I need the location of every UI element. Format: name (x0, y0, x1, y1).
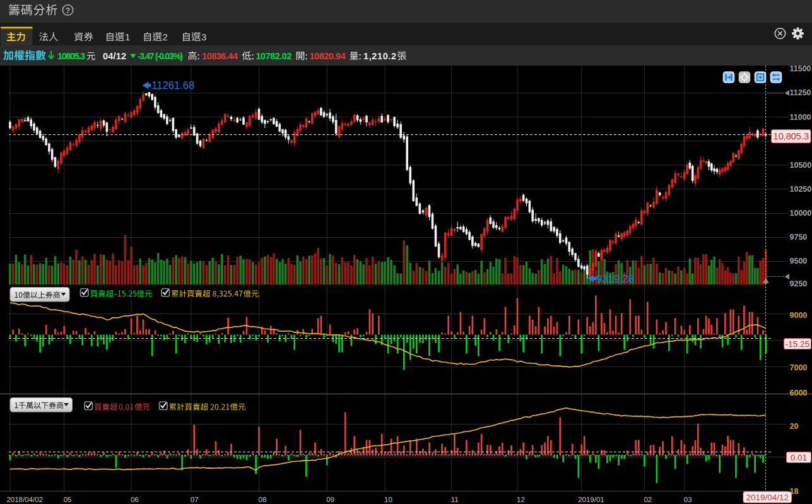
svg-text:1,210.2: 1,210.2 (363, 51, 396, 61)
svg-text:3: 3 (201, 32, 206, 42)
svg-text:10500: 10500 (790, 161, 812, 170)
svg-text:10836.44: 10836.44 (202, 51, 238, 61)
svg-text:10805.3: 10805.3 (57, 51, 85, 61)
svg-text:10: 10 (384, 496, 392, 503)
svg-text:03: 03 (684, 496, 692, 503)
svg-text:08: 08 (259, 496, 267, 503)
svg-text:02: 02 (644, 496, 652, 503)
svg-text:05: 05 (64, 496, 72, 503)
svg-text:2019/04/12: 2019/04/12 (746, 493, 789, 502)
svg-text:?: ? (66, 6, 70, 15)
svg-text:11000: 11000 (790, 113, 811, 122)
svg-text:10000: 10000 (790, 209, 812, 218)
svg-text:9750: 9750 (790, 233, 808, 242)
svg-text:10820.94: 10820.94 (310, 51, 346, 61)
svg-text:2: 2 (163, 32, 168, 42)
svg-text:9000: 9000 (790, 311, 808, 320)
svg-text:11250: 11250 (790, 88, 811, 97)
svg-text:11261.68: 11261.68 (152, 79, 195, 91)
svg-text:9500: 9500 (790, 257, 808, 266)
svg-text:6000: 6000 (790, 389, 808, 397)
svg-text:9319.28: 9319.28 (596, 273, 634, 284)
svg-text:12: 12 (517, 496, 525, 503)
svg-text:10250: 10250 (790, 185, 812, 194)
svg-text:04/12: 04/12 (103, 51, 126, 61)
svg-text:10,805.3: 10,805.3 (774, 131, 809, 141)
svg-text:9250: 9250 (790, 279, 808, 288)
svg-text:06: 06 (131, 496, 139, 503)
svg-text:-15.25: -15.25 (786, 339, 809, 349)
svg-text:2018/04/02: 2018/04/02 (6, 496, 43, 503)
svg-text:20: 20 (790, 422, 799, 431)
svg-text:1: 1 (125, 32, 130, 42)
svg-text:7000: 7000 (790, 363, 808, 372)
svg-text:11500: 11500 (790, 64, 811, 73)
svg-text:0.01: 0.01 (791, 453, 807, 462)
svg-text:07: 07 (191, 496, 199, 503)
svg-text:11: 11 (451, 496, 459, 503)
svg-text:09: 09 (326, 496, 334, 503)
svg-text:-3.47 (-0.03%): -3.47 (-0.03%) (138, 51, 183, 61)
svg-text:10782.02: 10782.02 (256, 51, 292, 61)
svg-text:2019/01: 2019/01 (578, 496, 604, 503)
